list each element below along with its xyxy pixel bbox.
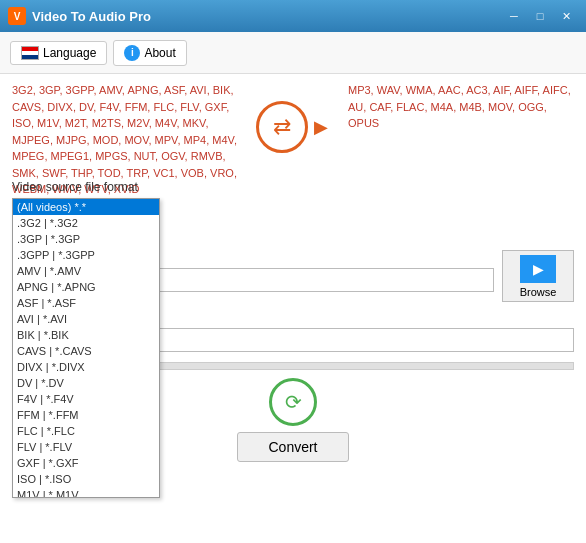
window-controls: ─ □ ✕	[502, 6, 578, 26]
video-file-icon	[520, 255, 556, 283]
info-icon: i	[124, 45, 140, 61]
dropdown-item[interactable]: GXF | *.GXF	[13, 455, 159, 471]
dropdown-item[interactable]: FFM | *.FFM	[13, 407, 159, 423]
dropdown-item[interactable]: AVI | *.AVI	[13, 311, 159, 327]
dropdown-item[interactable]: ISO | *.ISO	[13, 471, 159, 487]
dropdown-item[interactable]: F4V | *.F4V	[13, 391, 159, 407]
language-button[interactable]: Language	[10, 41, 107, 65]
dropdown-item[interactable]: DIVX | *.DIVX	[13, 359, 159, 375]
input-formats-list: 3G2, 3GP, 3GPP, AMV, APNG, ASF, AVI, BIK…	[12, 82, 238, 172]
convert-icon: ⟳	[269, 378, 317, 426]
format-info-section: 3G2, 3GP, 3GPP, AMV, APNG, ASF, AVI, BIK…	[12, 82, 574, 172]
dropdown-item[interactable]: CAVS | *.CAVS	[13, 343, 159, 359]
dropdown-item[interactable]: FLC | *.FLC	[13, 423, 159, 439]
app-title: Video To Audio Pro	[32, 9, 151, 24]
output-formats-list: MP3, WAV, WMA, AAC, AC3, AIF, AIFF, AIFC…	[348, 82, 574, 172]
title-bar-left: V Video To Audio Pro	[8, 7, 151, 25]
browse-label: Browse	[520, 286, 557, 298]
about-label: About	[144, 46, 175, 60]
main-content: 3G2, 3GP, 3GPP, AMV, APNG, ASF, AVI, BIK…	[0, 74, 586, 543]
dropdown-item[interactable]: APNG | *.APNG	[13, 279, 159, 295]
dropdown-item[interactable]: .3G2 | *.3G2	[13, 215, 159, 231]
maximize-button[interactable]: □	[528, 6, 552, 26]
dropdown-item[interactable]: BIK | *.BIK	[13, 327, 159, 343]
language-label: Language	[43, 46, 96, 60]
about-button[interactable]: i About	[113, 40, 186, 66]
shuffle-icon: ⇄	[256, 101, 308, 153]
dropdown-selected-item[interactable]: (All videos) *.*	[13, 199, 159, 215]
toolbar: Language i About	[0, 32, 586, 74]
dropdown-list[interactable]: (All videos) *.* .3G2 | *.3G2 .3GP | *.3…	[12, 198, 160, 498]
browse-button[interactable]: Browse	[502, 250, 574, 302]
dropdown-item[interactable]: AMV | *.AMV	[13, 263, 159, 279]
dropdown-item[interactable]: FLV | *.FLV	[13, 439, 159, 455]
shuffle-arrows-icon: ⇄	[273, 114, 291, 140]
dropdown-item[interactable]: M1V | *.M1V	[13, 487, 159, 498]
app-icon: V	[8, 7, 26, 25]
dropdown-item[interactable]: ASF | *.ASF	[13, 295, 159, 311]
convert-button[interactable]: Convert	[237, 432, 348, 462]
close-button[interactable]: ✕	[554, 6, 578, 26]
dropdown-item[interactable]: .3GP | *.3GP	[13, 231, 159, 247]
language-icon	[21, 46, 39, 60]
dropdown-item[interactable]: DV | *.DV	[13, 375, 159, 391]
converter-icon-area: ⇄ ▶	[248, 82, 338, 172]
source-format-label: Video source file format	[12, 180, 574, 194]
dropdown-item[interactable]: .3GPP | *.3GPP	[13, 247, 159, 263]
title-bar: V Video To Audio Pro ─ □ ✕	[0, 0, 586, 32]
arrow-right-icon: ▶	[314, 116, 328, 138]
minimize-button[interactable]: ─	[502, 6, 526, 26]
